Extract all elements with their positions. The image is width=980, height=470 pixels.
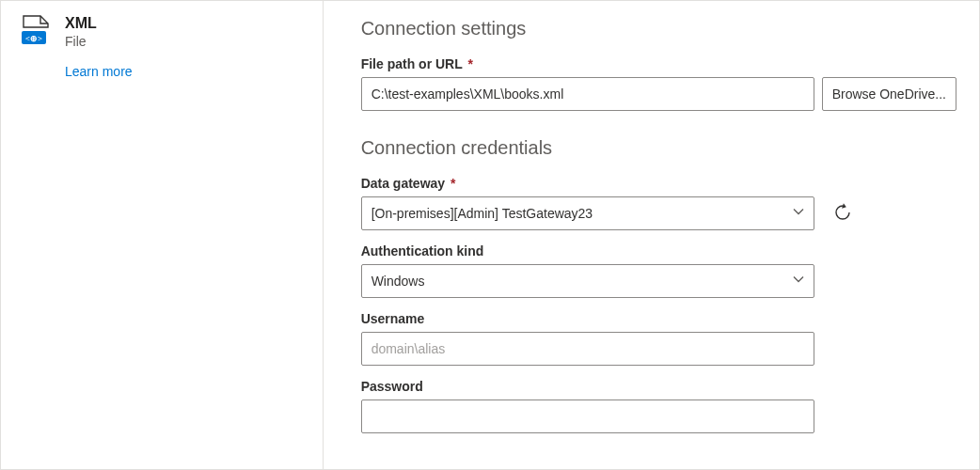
connection-settings-heading: Connection settings (361, 18, 956, 39)
file-path-label: File path or URL * (361, 56, 956, 71)
required-marker: * (450, 176, 455, 191)
xml-file-icon: <⊕> (20, 14, 52, 46)
username-input[interactable] (361, 332, 814, 366)
required-marker: * (467, 56, 472, 71)
data-gateway-label: Data gateway * (361, 176, 956, 191)
refresh-gateway-button[interactable] (828, 198, 858, 228)
data-gateway-select[interactable]: [On-premises][Admin] TestGateway23 (361, 196, 814, 230)
connector-subtitle: File (65, 34, 97, 49)
password-label: Password (361, 379, 956, 394)
connector-title: XML (65, 14, 97, 32)
password-input[interactable] (361, 400, 814, 433)
main-panel: Connection settings File path or URL * B… (324, 1, 979, 469)
sidebar: <⊕> XML File Learn more (1, 1, 324, 469)
refresh-icon (833, 203, 852, 225)
file-path-input[interactable] (361, 77, 814, 111)
learn-more-link[interactable]: Learn more (65, 64, 304, 79)
auth-kind-select[interactable]: Windows (361, 264, 814, 298)
connection-credentials-heading: Connection credentials (361, 137, 956, 159)
username-label: Username (361, 311, 956, 326)
browse-onedrive-button[interactable]: Browse OneDrive... (822, 77, 956, 111)
svg-text:<⊕>: <⊕> (25, 34, 42, 43)
auth-kind-label: Authentication kind (361, 243, 956, 258)
